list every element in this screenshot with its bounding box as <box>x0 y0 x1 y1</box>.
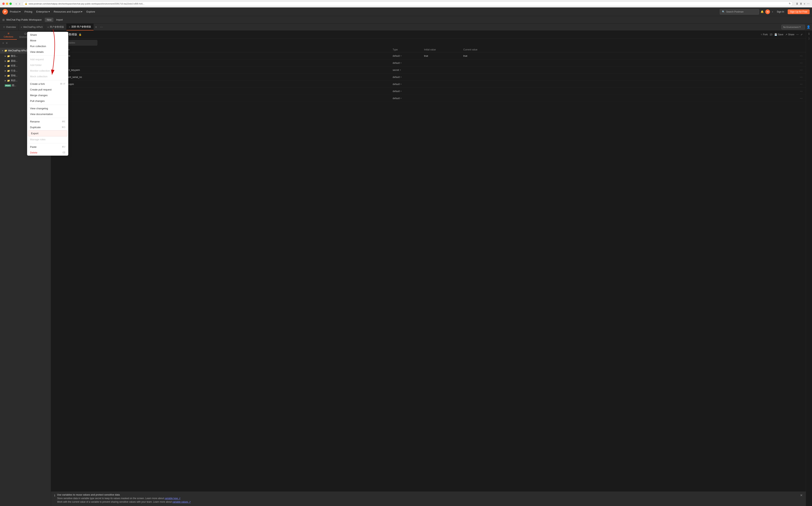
menu-run-collection[interactable]: Run collection <box>27 44 68 49</box>
workspace-name: WeChat Pay Public Workspace <box>6 18 41 21</box>
download-icon[interactable]: ⬇ <box>796 2 798 5</box>
nav-enterprise[interactable]: Enterprise ▾ <box>34 9 52 14</box>
menu-create-fork[interactable]: Create a fork ⌘⇧F <box>27 81 68 87</box>
cell-type-1[interactable]: default ▾ <box>393 55 424 57</box>
person-icon[interactable]: 👤 <box>807 25 810 29</box>
menu-duplicate[interactable]: Duplicate ⌘D <box>27 124 68 130</box>
import-button[interactable]: Import <box>55 18 64 22</box>
cell-type-7[interactable]: default ▾ <box>393 97 424 100</box>
col-variable: Variable <box>61 48 393 51</box>
environment-selector[interactable]: No Environment ▾ <box>782 25 805 29</box>
nav-pricing[interactable]: Pricing <box>22 9 34 14</box>
right-info-button[interactable]: ℹ <box>808 32 809 35</box>
workspace-icon: ⊞ <box>2 18 5 21</box>
refresh-icon[interactable]: ↻ <box>789 2 791 5</box>
menu-rename[interactable]: Rename ⌘E <box>27 119 68 124</box>
menu-share[interactable]: Share <box>27 32 68 38</box>
row-more-button-1[interactable]: ⋯ <box>800 54 803 58</box>
menu-view-changelog[interactable]: View changelog <box>27 106 68 111</box>
tabs-row: ⊙ Overview ≡ WeChatPay APIv3 ≡ 商户参数模版 ≡ … <box>0 23 812 30</box>
row-more-button-5[interactable]: ⋯ <box>800 83 803 86</box>
back-button[interactable]: ‹ <box>15 2 17 6</box>
tab-guomi-params[interactable]: ≡ 国密-商户参数模版 <box>67 23 93 30</box>
variables-area: 🔍 Variable Type Initial value Current va… <box>51 38 806 491</box>
row-more-button-3[interactable]: ⋯ <box>800 69 803 72</box>
row-more-button-4[interactable]: ⋯ <box>800 76 803 79</box>
share-browser-icon[interactable]: ⬆ <box>800 2 802 5</box>
sign-in-button[interactable]: Sign In <box>775 9 786 14</box>
type-dropdown-6[interactable]: ▾ <box>400 90 401 92</box>
menu-create-pull-request[interactable]: Create pull request <box>27 87 68 92</box>
chevron-down-icon: ▾ <box>19 10 21 13</box>
fork-icon: ⑂ <box>761 33 762 36</box>
share-button[interactable]: ↗ Share <box>785 33 794 36</box>
row-more-button-2[interactable]: ⋯ <box>800 62 803 65</box>
type-dropdown-2[interactable]: ▾ <box>400 62 401 64</box>
plus-icon[interactable]: + <box>772 10 773 13</box>
more-tabs-button[interactable]: ⋯ <box>98 25 104 29</box>
sidebar-tab-collections[interactable]: ≡ Collections <box>0 30 17 39</box>
cell-type-3[interactable]: secret ▾ <box>393 69 424 71</box>
menu-move[interactable]: Move <box>27 38 68 44</box>
row-more-button-7[interactable]: ⋯ <box>800 97 803 100</box>
right-arrow-button[interactable]: ⟩ <box>808 37 809 40</box>
menu-delete[interactable]: Delete ⌫ <box>27 150 68 156</box>
save-button[interactable]: 💾 Save <box>774 33 783 36</box>
sort-button[interactable]: ≡ <box>5 41 8 45</box>
nav-explore[interactable]: Explore <box>84 9 97 14</box>
type-dropdown-1[interactable]: ▾ <box>400 55 401 57</box>
menu-export[interactable]: Export <box>28 130 67 137</box>
tab-wechatpay-apiv3[interactable]: ≡ WeChatPay APIv3 <box>18 23 45 30</box>
cell-actions-1: ⋯ <box>795 54 803 58</box>
variable-type-link[interactable]: variable type ↗ <box>165 497 181 500</box>
forward-button[interactable]: › <box>18 2 21 6</box>
cell-var-shangmi: shangmi <box>61 55 393 57</box>
tab-overview[interactable]: ⊙ Overview <box>1 23 18 30</box>
cell-type-6[interactable]: default ▾ <box>393 90 424 93</box>
chevron-right-1: ▶ <box>5 55 6 57</box>
type-dropdown-4[interactable]: ▾ <box>400 76 401 78</box>
search-bar[interactable]: 🔍 Search Postman <box>720 9 759 14</box>
extensions-icon[interactable]: ⋯ <box>807 2 810 5</box>
new-tab-button[interactable]: + <box>94 25 98 29</box>
notifications-icon[interactable]: 🔔 <box>760 10 764 13</box>
type-dropdown-7[interactable]: ▾ <box>400 97 401 99</box>
folder-icon-3: 📁 <box>7 65 10 67</box>
nav-product[interactable]: Product ▾ <box>8 9 22 14</box>
tab-merchant-params[interactable]: ≡ 商户参数模版 <box>45 23 67 30</box>
table-row: appid default ▾ ⋯ <box>51 88 806 95</box>
fork-button[interactable]: ⑂ Fork <box>761 33 768 36</box>
menu-paste[interactable]: Paste ⌘V <box>27 144 68 150</box>
menu-mock-collection: Mock collection <box>27 74 68 79</box>
chevron-right-4: ▶ <box>5 70 6 72</box>
col-actions <box>795 48 803 51</box>
avatar[interactable]: W <box>765 9 770 14</box>
workspace-header: ⊞ WeChat Pay Public Workspace New Import <box>0 16 812 23</box>
variable-values-link[interactable]: variable values ↗ <box>172 501 191 503</box>
cell-type-4[interactable]: default ▾ <box>393 76 424 79</box>
maximize-button[interactable] <box>9 3 12 5</box>
new-tab-icon[interactable]: + <box>804 2 805 5</box>
cell-type-5[interactable]: default ▾ <box>393 83 424 86</box>
table-row: pubkey.epm default ▾ ⋯ <box>51 81 806 88</box>
nav-resources[interactable]: Resources and Support ▾ <box>52 9 85 14</box>
environment-more-button[interactable]: ⋯ <box>796 33 799 36</box>
new-button[interactable]: New <box>45 18 54 22</box>
type-dropdown-5[interactable]: ▾ <box>400 83 401 85</box>
menu-view-details[interactable]: View details <box>27 49 68 55</box>
close-button[interactable] <box>2 3 5 5</box>
minimize-button[interactable] <box>6 3 8 5</box>
sign-up-button[interactable]: Sign Up for Free <box>788 9 810 14</box>
cell-type-2[interactable]: default ▾ <box>393 62 424 64</box>
expand-button[interactable]: ⤢ <box>801 33 803 36</box>
type-dropdown-3[interactable]: ▾ <box>400 69 401 71</box>
main-content: 国密-商户参数模版 🔓 ⑂ Fork 13 💾 Save ↗ Share ⋯ ⤢ <box>51 30 806 506</box>
address-bar[interactable]: 🔒 www.postman.com/wechatpay-dev/workspac… <box>22 1 793 6</box>
row-more-button-6[interactable]: ⋯ <box>800 90 803 93</box>
close-info-button[interactable]: ✕ <box>800 493 803 497</box>
menu-view-documentation[interactable]: View documentation <box>27 111 68 117</box>
add-collection-button[interactable]: + <box>2 41 4 45</box>
menu-merge-changes[interactable]: Merge changes <box>27 92 68 98</box>
menu-pull-changes[interactable]: Pull changes <box>27 98 68 104</box>
menu-manage-roles: Manage roles <box>27 137 68 142</box>
